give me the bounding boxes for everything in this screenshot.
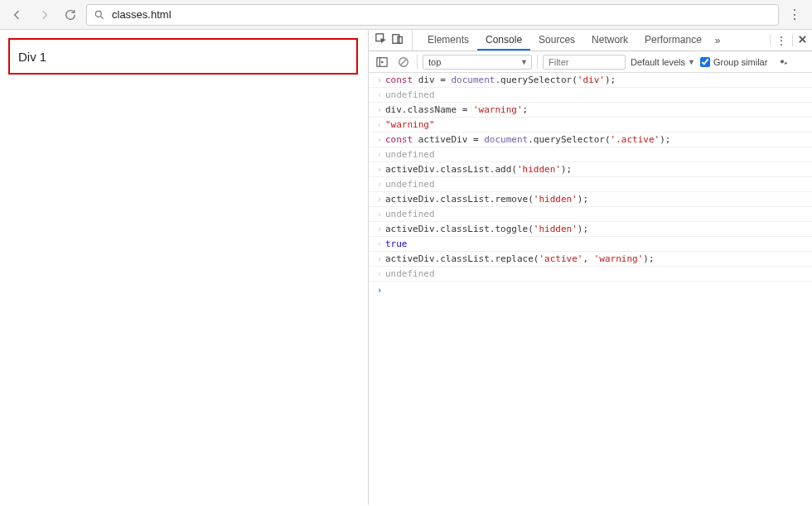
prompt-icon: › (374, 285, 385, 296)
console-text: true (385, 239, 408, 249)
console-input-line: ›activeDiv.classList.replace('active', '… (369, 252, 812, 267)
reload-button[interactable] (60, 4, 81, 26)
url-input[interactable] (112, 8, 771, 21)
console-output-line: ‹undefined (369, 88, 812, 103)
console-output-line: ‹true (369, 237, 812, 252)
console-output[interactable]: ›const div = document.querySelector('div… (369, 73, 812, 505)
search-icon (94, 9, 105, 21)
page-content: Div 1 (0, 30, 368, 505)
console-text: div.className = 'warning'; (385, 104, 528, 115)
svg-rect-4 (398, 36, 402, 43)
tab-overflow[interactable]: » (710, 30, 726, 51)
console-input-line: ›const div = document.querySelector('div… (369, 73, 812, 88)
console-filter-input[interactable] (543, 55, 626, 70)
group-similar-checkbox[interactable] (700, 57, 710, 67)
clear-console-button[interactable] (395, 54, 412, 70)
prompt-in-icon: › (374, 195, 385, 204)
svg-line-10 (401, 59, 407, 65)
prompt-in-icon: › (374, 224, 385, 234)
console-text: activeDiv.classList.remove('hidden'); (385, 194, 588, 205)
inspect-element-icon[interactable] (375, 33, 387, 47)
prompt-in-icon: › (374, 254, 385, 263)
context-label: top (428, 57, 441, 67)
console-text: activeDiv.classList.toggle('hidden'); (385, 224, 588, 234)
console-sidebar-toggle[interactable] (374, 54, 390, 70)
console-toolbar: top ▼ Default levels ▼ Group similar (369, 51, 812, 73)
console-input-line: ›const activeDiv = document.querySelecto… (369, 133, 812, 147)
execution-context-select[interactable]: top ▼ (423, 55, 532, 70)
console-text: const activeDiv = document.querySelector… (385, 134, 670, 145)
console-text: activeDiv.classList.replace('active', 'w… (385, 253, 655, 264)
console-text: undefined (385, 149, 435, 160)
tab-console[interactable]: Console (477, 30, 530, 51)
console-output-line: ‹undefined (369, 207, 812, 222)
close-devtools-button[interactable] (798, 35, 807, 46)
console-text: undefined (385, 89, 435, 100)
console-text: undefined (385, 179, 435, 190)
forward-button[interactable] (33, 4, 55, 26)
prompt-in-icon: › (374, 135, 385, 144)
tab-elements[interactable]: Elements (419, 30, 477, 51)
console-output-line: ‹undefined (369, 267, 812, 282)
console-output-line: ‹"warning" (369, 118, 812, 133)
devtools-tab-bar: Elements Console Sources Network Perform… (369, 30, 812, 51)
toggle-device-icon[interactable] (392, 33, 404, 47)
svg-line-1 (101, 16, 104, 18)
prompt-out-icon: ‹ (374, 150, 385, 159)
console-settings-button[interactable] (774, 54, 790, 70)
console-output-line: ‹undefined (369, 147, 812, 162)
div-1-text: Div 1 (18, 50, 46, 64)
console-input-line: ›activeDiv.classList.add('hidden'); (369, 162, 812, 177)
console-text: activeDiv.classList.add('hidden'); (385, 164, 572, 175)
tab-sources[interactable]: Sources (530, 30, 583, 51)
console-input-line: ›activeDiv.classList.remove('hidden'); (369, 192, 812, 207)
prompt-in-icon: › (374, 75, 385, 84)
back-button[interactable] (7, 4, 28, 26)
chrome-menu-button[interactable]: ⋮ (784, 4, 805, 26)
prompt-in-icon: › (374, 105, 385, 114)
prompt-out-icon: ‹ (374, 120, 385, 129)
log-levels-select[interactable]: Default levels ▼ (631, 57, 695, 67)
console-text: const div = document.querySelector('div'… (385, 75, 616, 85)
group-similar-label: Group similar (713, 57, 767, 67)
caret-down-icon: ▼ (688, 58, 695, 66)
url-bar[interactable] (86, 4, 779, 26)
prompt-out-icon: ‹ (374, 210, 385, 219)
console-input-line: ›div.className = 'warning'; (369, 103, 812, 118)
tab-network[interactable]: Network (583, 30, 636, 51)
prompt-out-icon: ‹ (374, 239, 385, 248)
devtools-panel: Elements Console Sources Network Perform… (368, 30, 812, 505)
tab-performance[interactable]: Performance (636, 30, 710, 51)
caret-down-icon: ▼ (520, 58, 528, 66)
div-1-box: Div 1 (8, 38, 358, 75)
prompt-out-icon: ‹ (374, 180, 385, 189)
svg-point-0 (95, 11, 101, 17)
prompt-in-icon: › (374, 165, 385, 174)
console-text: undefined (385, 268, 435, 279)
prompt-out-icon: ‹ (374, 90, 385, 99)
console-output-line: ‹undefined (369, 177, 812, 192)
levels-label: Default levels (631, 57, 685, 67)
console-text: undefined (385, 209, 435, 219)
console-text: "warning" (385, 119, 435, 130)
prompt-out-icon: ‹ (374, 269, 385, 278)
console-input-line: ›activeDiv.classList.toggle('hidden'); (369, 222, 812, 237)
group-similar-toggle[interactable]: Group similar (700, 57, 767, 67)
console-prompt[interactable]: › (369, 282, 812, 296)
browser-toolbar: ⋮ (0, 0, 812, 30)
